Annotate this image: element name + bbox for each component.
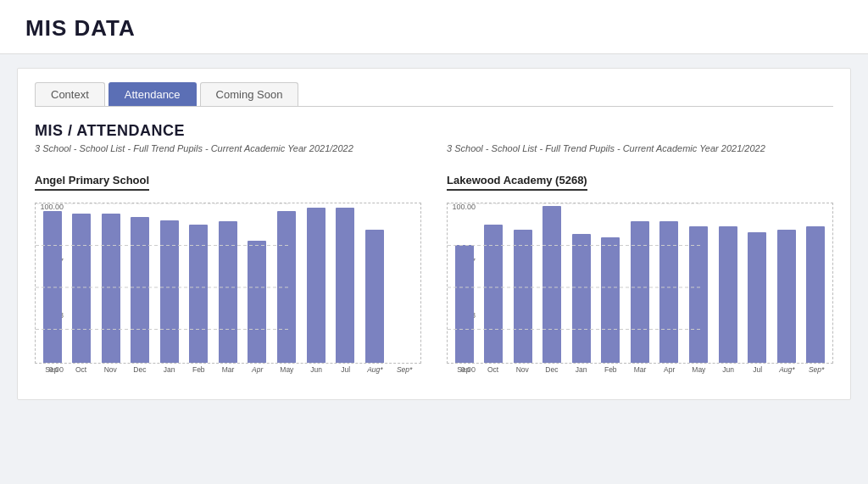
bar (43, 211, 62, 363)
bar (189, 225, 208, 363)
tab-bar: Context Attendance Coming Soon (35, 82, 833, 107)
bar (72, 214, 91, 363)
chart-angel: Angel Primary School 0.00 33.33 66.67 10… (35, 172, 421, 374)
bar (542, 206, 561, 363)
bar (719, 226, 737, 363)
bar-group (802, 226, 829, 363)
chart-lakewood: Lakewood Academy (5268) 0.00 33.33 66.67… (447, 172, 833, 374)
bar-group (303, 208, 330, 363)
bar-group (214, 221, 242, 363)
bar-group (361, 230, 388, 363)
bar (455, 245, 474, 363)
main-content: Context Attendance Coming Soon MIS / ATT… (17, 68, 851, 400)
bar (689, 226, 708, 363)
bar (160, 220, 179, 363)
bar-group (539, 206, 566, 363)
page-header: MIS DATA (0, 0, 868, 54)
bar-group (509, 230, 537, 363)
bar-group (244, 241, 271, 363)
bar-group (331, 208, 359, 363)
bar-group (273, 211, 300, 363)
bar (484, 225, 503, 363)
bar (248, 241, 266, 363)
bar-group (715, 226, 742, 363)
bar (307, 208, 326, 363)
bar-group (743, 232, 771, 363)
tab-attendance[interactable]: Attendance (108, 82, 197, 106)
bar (631, 221, 649, 363)
subtitle-right: 3 School - School List - Full Trend Pupi… (447, 143, 833, 167)
bar (601, 237, 620, 363)
x-labels-lakewood: Sep Oct Nov Dec Jan Feb Mar Apr May Jun … (447, 364, 833, 374)
bars-angel (35, 203, 421, 364)
bar-group (685, 226, 712, 363)
bar (777, 230, 796, 363)
bar (102, 214, 120, 363)
subtitle-left: 3 School - School List - Full Trend Pupi… (35, 143, 421, 167)
bar (131, 217, 149, 363)
tab-context[interactable]: Context (35, 82, 105, 106)
x-labels-angel: Sep Oct Nov Dec Jan Feb Mar Apr May Jun … (35, 364, 421, 374)
section-title: MIS / ATTENDANCE (35, 122, 833, 140)
bar (748, 232, 766, 363)
chart-lakewood-title: Lakewood Academy (5268) (447, 174, 587, 191)
bar (365, 230, 384, 363)
bar (572, 234, 591, 363)
charts-row: Angel Primary School 0.00 33.33 66.67 10… (35, 172, 833, 374)
bar (336, 208, 354, 363)
bar-group (598, 237, 625, 363)
bar-group (39, 211, 66, 363)
bar-group (568, 234, 595, 363)
bar (514, 230, 532, 363)
page-title: MIS DATA (25, 15, 843, 42)
bar-group (626, 221, 654, 363)
bar-group (69, 214, 96, 363)
bars-lakewood (447, 203, 833, 364)
bar-group (186, 225, 213, 363)
tab-coming-soon[interactable]: Coming Soon (200, 82, 299, 106)
chart-angel-title: Angel Primary School (35, 174, 149, 191)
bar-group (451, 245, 478, 363)
bar-group (156, 220, 183, 363)
bar (806, 226, 825, 363)
bar-group (127, 217, 154, 363)
bar-group (97, 214, 125, 363)
bar-group (481, 225, 508, 363)
bar (277, 211, 296, 363)
bar (219, 221, 237, 363)
bar (659, 221, 678, 363)
bar-group (656, 221, 683, 363)
bar-group (773, 230, 800, 363)
